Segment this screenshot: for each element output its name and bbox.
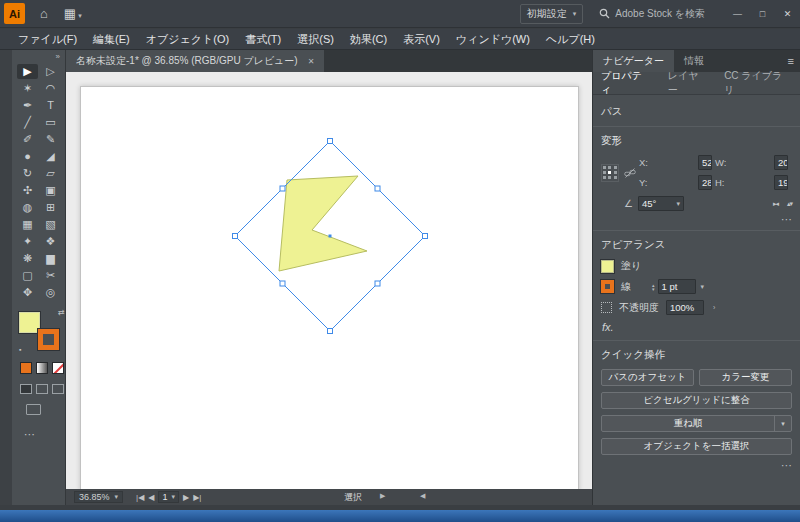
close-button[interactable]: ✕ bbox=[775, 0, 800, 27]
pencil-tool[interactable]: ✎ bbox=[40, 132, 61, 147]
symbol-sprayer-tool[interactable]: ❋ bbox=[17, 251, 38, 266]
canvas[interactable] bbox=[66, 72, 592, 489]
fill-swatch[interactable] bbox=[19, 312, 40, 333]
document-tab[interactable]: 名称未設定-1* @ 36.85% (RGB/GPU プレビュー) ✕ bbox=[66, 50, 324, 72]
selection-handle[interactable] bbox=[280, 281, 285, 286]
selection-handle[interactable] bbox=[375, 281, 380, 286]
tab-layers[interactable]: レイヤー bbox=[660, 69, 716, 97]
menu-help[interactable]: ヘルプ(H) bbox=[538, 32, 603, 47]
flip-horizontal-icon[interactable]: ▸◂ bbox=[773, 200, 778, 208]
color-button[interactable] bbox=[20, 362, 32, 374]
selected-shape[interactable] bbox=[279, 176, 367, 271]
shape-builder-tool[interactable]: ◍ bbox=[17, 200, 38, 215]
perspective-grid-tool[interactable]: ⊞ bbox=[40, 200, 61, 215]
free-transform-tool[interactable]: ▣ bbox=[40, 183, 61, 198]
minimize-button[interactable]: — bbox=[725, 0, 750, 27]
y-field[interactable]: 283.879 bbox=[698, 175, 712, 190]
menu-edit[interactable]: 編集(E) bbox=[85, 32, 138, 47]
selection-handle[interactable] bbox=[375, 186, 380, 191]
lasso-tool[interactable]: ◠ bbox=[40, 81, 61, 96]
opacity-field[interactable]: 100% bbox=[666, 300, 704, 315]
hand-tool[interactable]: ✥ bbox=[17, 285, 38, 300]
flip-vertical-icon[interactable]: ▴▾ bbox=[787, 200, 792, 208]
stepper-arrows-icon[interactable]: ▴▾ bbox=[652, 283, 655, 291]
quick-actions-more-icon[interactable]: ⋯ bbox=[601, 461, 792, 469]
opacity-label[interactable]: 不透明度 bbox=[619, 301, 659, 315]
arrange-dropdown-icon[interactable]: ▾ bbox=[774, 416, 791, 431]
x-field[interactable]: 521.46 p bbox=[698, 155, 712, 170]
default-fill-stroke-icon[interactable]: ▪ bbox=[19, 346, 21, 353]
scroll-right-icon[interactable]: ▶ bbox=[380, 492, 385, 500]
rotate-tool[interactable]: ↻ bbox=[17, 166, 38, 181]
draw-inside-button[interactable] bbox=[52, 384, 64, 394]
align-pixel-grid-button[interactable]: ピクセルグリッドに整合 bbox=[601, 392, 792, 409]
screen-mode-button[interactable] bbox=[26, 404, 41, 415]
arrange-button[interactable]: 重ね順 ▾ bbox=[601, 415, 792, 432]
menu-object[interactable]: オブジェクト(O) bbox=[138, 32, 237, 47]
previous-artboard-icon[interactable]: ◀ bbox=[148, 493, 154, 502]
eraser-tool[interactable]: ◢ bbox=[40, 149, 61, 164]
reference-point-locator[interactable] bbox=[601, 164, 619, 182]
tab-close-icon[interactable]: ✕ bbox=[308, 57, 315, 66]
stroke-weight-field[interactable]: 1 pt bbox=[658, 279, 696, 294]
fill-color-swatch[interactable] bbox=[601, 260, 614, 273]
angle-field[interactable]: 45° ▾ bbox=[638, 196, 684, 211]
adobe-stock-search-input[interactable]: Adobe Stock を検索 bbox=[599, 7, 705, 21]
stroke-color-swatch[interactable] bbox=[601, 280, 614, 293]
menu-type[interactable]: 書式(T) bbox=[237, 32, 289, 47]
recolor-button[interactable]: カラー変更 bbox=[699, 369, 792, 386]
gradient-button[interactable] bbox=[36, 362, 48, 374]
workspace-switcher[interactable]: 初期設定 ▾ bbox=[520, 4, 584, 24]
select-similar-objects-button[interactable]: オブジェクトを一括選択 bbox=[601, 438, 792, 455]
swap-fill-stroke-icon[interactable]: ⇄ bbox=[58, 308, 65, 317]
menu-view[interactable]: 表示(V) bbox=[395, 32, 448, 47]
h-field[interactable]: 191.626 bbox=[774, 175, 788, 190]
column-graph-tool[interactable]: ▆ bbox=[40, 251, 61, 266]
selection-tool[interactable]: ▶ bbox=[17, 64, 38, 79]
zoom-dropdown[interactable]: 36.85% ▾ bbox=[74, 491, 123, 503]
selection-handle[interactable] bbox=[328, 329, 333, 334]
maximize-button[interactable]: □ bbox=[750, 0, 775, 27]
menu-select[interactable]: 選択(S) bbox=[289, 32, 342, 47]
gradient-tool[interactable]: ▧ bbox=[40, 217, 61, 232]
w-field[interactable]: 202.233 bbox=[774, 155, 788, 170]
opacity-mask-icon[interactable] bbox=[601, 302, 612, 313]
selection-handle[interactable] bbox=[280, 186, 285, 191]
artboard-tool[interactable]: ▢ bbox=[17, 268, 38, 283]
blend-tool[interactable]: ❖ bbox=[40, 234, 61, 249]
stroke-label[interactable]: 線 bbox=[621, 280, 631, 294]
menu-effect[interactable]: 効果(C) bbox=[342, 32, 395, 47]
rectangle-tool[interactable]: ▭ bbox=[40, 115, 61, 130]
magic-wand-tool[interactable]: ✶ bbox=[17, 81, 38, 96]
tab-properties[interactable]: プロパティ bbox=[593, 69, 660, 97]
draw-normal-button[interactable] bbox=[20, 384, 32, 394]
first-artboard-icon[interactable]: |◀ bbox=[136, 493, 144, 502]
blob-brush-tool[interactable]: ● bbox=[17, 149, 38, 164]
artboard-number-field[interactable]: 1 ▾ bbox=[158, 491, 179, 503]
pen-tool[interactable]: ✒ bbox=[17, 98, 38, 113]
tab-cc-libraries[interactable]: CC ライブラリ bbox=[716, 69, 800, 97]
selection-handle[interactable] bbox=[233, 234, 238, 239]
none-button[interactable] bbox=[52, 362, 64, 374]
last-artboard-icon[interactable]: ▶| bbox=[193, 493, 201, 502]
mesh-tool[interactable]: ▦ bbox=[17, 217, 38, 232]
next-artboard-icon[interactable]: ▶ bbox=[183, 493, 189, 502]
scroll-left-icon[interactable]: ◀ bbox=[420, 492, 425, 500]
width-tool[interactable]: ✣ bbox=[17, 183, 38, 198]
eyedropper-tool[interactable]: ✦ bbox=[17, 234, 38, 249]
draw-behind-button[interactable] bbox=[36, 384, 48, 394]
edit-toolbar-icon[interactable]: ⋯ bbox=[24, 428, 35, 441]
paintbrush-tool[interactable]: ✐ bbox=[17, 132, 38, 147]
offset-path-button[interactable]: パスのオフセット bbox=[601, 369, 694, 386]
stroke-swatch[interactable] bbox=[38, 329, 59, 350]
home-icon[interactable]: ⌂ bbox=[32, 6, 56, 21]
fx-button[interactable]: fx. bbox=[602, 321, 792, 333]
windows-taskbar[interactable] bbox=[0, 510, 800, 522]
selection-handle[interactable] bbox=[423, 234, 428, 239]
chevron-right-icon[interactable]: › bbox=[713, 304, 715, 311]
transform-more-options-icon[interactable]: ⋯ bbox=[601, 215, 792, 223]
constrain-proportions-icon[interactable] bbox=[624, 166, 636, 180]
arrange-documents-icon[interactable]: ▦▾ bbox=[56, 6, 90, 21]
slice-tool[interactable]: ✂ bbox=[40, 268, 61, 283]
toolbar-collapse-icon[interactable]: » bbox=[56, 52, 60, 61]
